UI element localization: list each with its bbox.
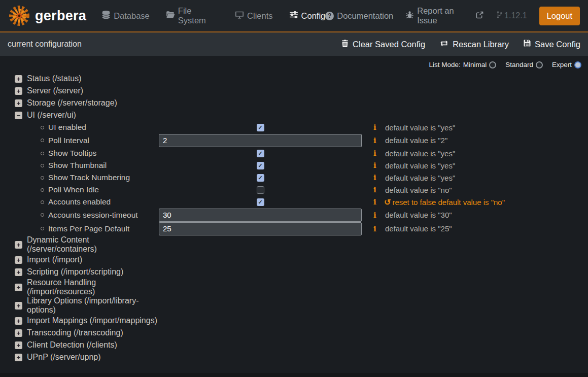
default-value-note: default value is "30"	[385, 211, 452, 219]
info-icon: i	[373, 224, 376, 233]
item-label-cell: Accounts enabled	[0, 197, 159, 207]
documentation-label: Documentation	[337, 11, 393, 21]
clear-saved-config-button[interactable]: Clear Saved Config	[341, 39, 425, 50]
show-tooltips-checkbox[interactable]: ✓	[257, 150, 264, 157]
nav-item-config[interactable]: Config	[289, 6, 326, 25]
ui-enabled-checkbox[interactable]: ✓	[257, 124, 264, 131]
section-label-cell: +Transcoding (/transcoding)	[0, 328, 159, 337]
item-control-cell	[159, 222, 362, 235]
documentation-link[interactable]: ? Documentation	[325, 11, 393, 21]
expand-icon[interactable]: +	[15, 302, 22, 310]
info-icon: i	[373, 136, 376, 145]
item-label: Show Tooltips	[48, 149, 96, 158]
config-section-row: +Import Mappings (/import/mappings)	[0, 315, 588, 327]
default-value-note: default value is "2"	[385, 136, 447, 145]
info-icon: i	[373, 211, 376, 220]
poll-interval-input[interactable]	[159, 134, 362, 147]
external-link-icon	[476, 11, 483, 21]
expand-icon[interactable]: +	[15, 268, 22, 276]
section-label[interactable]: Scripting (/import/scripting)	[27, 267, 123, 277]
default-value-note: reset to false default value is "no"	[392, 198, 505, 207]
list-mode-option-minimal[interactable]: Minimal	[463, 61, 497, 68]
config-section-row: +Server (/server)	[0, 85, 588, 97]
section-label[interactable]: Import (/import)	[27, 255, 82, 264]
expand-icon[interactable]: +	[15, 241, 22, 249]
section-label-cell: +Resource Handling (/import/resources)	[0, 278, 159, 296]
show-thumbnail-checkbox[interactable]: ✓	[257, 162, 264, 169]
version-label: 1.12.1	[504, 11, 527, 20]
section-label[interactable]: Library Options (/import/library-options…	[27, 296, 159, 315]
item-note-cell: idefault value is "2"	[362, 136, 588, 145]
config-item-row: Show Thumbnail✓idefault value is "yes"	[0, 159, 588, 172]
section-label[interactable]: Client Detection (/clients)	[27, 340, 117, 350]
default-value-note: default value is "yes"	[385, 123, 455, 132]
list-mode-option-expert[interactable]: Expert	[552, 61, 581, 68]
expand-icon[interactable]: +	[15, 317, 22, 325]
section-label[interactable]: UI (/server/ui)	[27, 111, 76, 120]
expand-icon[interactable]: +	[15, 329, 22, 337]
expand-icon[interactable]: +	[15, 99, 22, 107]
expand-icon[interactable]: +	[15, 75, 22, 83]
section-label[interactable]: Dynamic Content (/server/containers)	[27, 235, 159, 254]
save-icon	[523, 39, 531, 49]
accounts-session-timeout-input[interactable]	[159, 209, 362, 222]
page-title: current configuration	[8, 40, 82, 49]
item-bullet-icon	[41, 139, 44, 142]
items-per-page-default-input[interactable]	[159, 222, 362, 235]
folder-icon	[166, 10, 175, 21]
save-config-button[interactable]: Save Config	[523, 39, 580, 49]
top-navbar: gerbera Database File System	[0, 0, 588, 32]
section-label[interactable]: UPnP (/server/upnp)	[27, 353, 101, 362]
item-label: Poll When Idle	[48, 185, 99, 194]
option-label: Minimal	[463, 61, 487, 68]
brand[interactable]: gerbera	[8, 5, 86, 27]
list-mode-option-standard[interactable]: Standard	[505, 61, 543, 68]
nav-item-file-system[interactable]: File System	[166, 6, 219, 25]
collapse-icon[interactable]: −	[15, 112, 22, 119]
info-icon: i	[373, 149, 376, 158]
radio-standard[interactable]	[536, 61, 543, 68]
brand-name: gerbera	[35, 8, 86, 24]
item-bullet-icon	[41, 213, 44, 217]
section-label-cell: +UPnP (/server/upnp)	[0, 353, 159, 362]
radio-minimal[interactable]	[489, 61, 496, 68]
expand-icon[interactable]: +	[15, 354, 22, 361]
item-control-cell: ✓	[159, 159, 362, 172]
undo-reset-icon[interactable]: ↺	[384, 197, 391, 207]
option-label: Standard	[505, 61, 533, 68]
section-label[interactable]: Transcoding (/transcoding)	[27, 328, 123, 337]
config-item-row: Accounts enabled✓i↺reset to false defaul…	[0, 196, 588, 208]
item-note-cell: idefault value is "yes"	[362, 173, 588, 182]
expand-icon[interactable]: +	[15, 284, 22, 291]
accounts-enabled-checkbox[interactable]: ✓	[257, 198, 264, 206]
expand-icon[interactable]: +	[15, 341, 22, 349]
toolbar-button-label: Save Config	[535, 40, 580, 49]
expand-icon[interactable]: +	[15, 256, 22, 264]
report-issue-link[interactable]: Report an Issue	[405, 6, 483, 25]
section-label[interactable]: Import Mappings (/import/mappings)	[27, 316, 157, 325]
section-label[interactable]: Resource Handling (/import/resources)	[27, 278, 159, 296]
item-bullet-icon	[41, 164, 44, 167]
show-track-numbering-checkbox[interactable]: ✓	[257, 174, 264, 182]
expand-icon[interactable]: +	[15, 87, 22, 95]
config-item-row: UI enabled✓idefault value is "yes"	[0, 121, 588, 133]
radio-expert[interactable]	[574, 61, 581, 68]
item-control-cell	[159, 184, 362, 196]
item-label: Accounts enabled	[48, 197, 111, 207]
config-section-row: +Scripting (/import/scripting)	[0, 266, 588, 278]
item-control-cell: ✓	[159, 196, 362, 208]
section-label[interactable]: Server (/server)	[27, 86, 83, 95]
list-mode-selector: List Mode: Minimal Standard Expert	[0, 56, 588, 72]
item-label-cell: Show Tooltips	[0, 149, 159, 158]
section-label[interactable]: Storage (/server/storage)	[27, 98, 117, 108]
nav-item-database[interactable]: Database	[101, 6, 150, 25]
item-label-cell: Show Track Numbering	[0, 173, 159, 182]
item-bullet-icon	[41, 126, 44, 129]
config-section-row: +Resource Handling (/import/resources)	[0, 278, 588, 296]
item-control-cell: ✓	[159, 172, 362, 184]
rescan-library-button[interactable]: Rescan Library	[439, 40, 509, 49]
nav-item-clients[interactable]: Clients	[235, 6, 272, 25]
logout-button[interactable]: Logout	[539, 7, 580, 25]
section-label[interactable]: Status (/status)	[27, 74, 82, 83]
poll-when-idle-checkbox[interactable]	[257, 186, 264, 194]
